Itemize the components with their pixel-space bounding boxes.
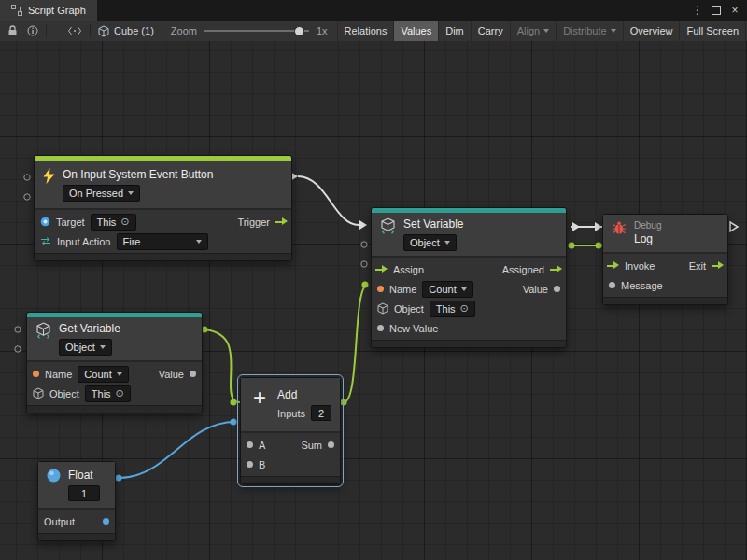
- kebab-menu-icon: ⋮: [692, 4, 703, 17]
- variable-cube-icon: [35, 322, 51, 339]
- dim-button[interactable]: Dim: [438, 21, 471, 41]
- port-label: Value: [523, 284, 548, 295]
- port-row-object: Object This ⊙: [27, 384, 202, 403]
- assigned-flow-port[interactable]: [550, 265, 562, 273]
- full-screen-button[interactable]: Full Screen: [679, 21, 746, 41]
- name-port[interactable]: [33, 371, 39, 377]
- port-label: New Value: [389, 323, 438, 334]
- window-menu-button[interactable]: ⋮: [688, 0, 707, 21]
- variable-scope-dropdown[interactable]: Object: [403, 234, 457, 251]
- carry-button[interactable]: Carry: [471, 21, 510, 41]
- node-title: On Input System Event Button: [63, 168, 213, 181]
- node-footer: [35, 253, 291, 260]
- cube-icon: [33, 387, 44, 399]
- window-maximize-button[interactable]: [707, 0, 726, 21]
- zoom-slider-knob[interactable]: [294, 26, 304, 36]
- float-circle-icon: [47, 469, 61, 483]
- code-brackets-icon[interactable]: [67, 26, 82, 35]
- window-close-button[interactable]: ×: [726, 0, 744, 21]
- port-label: Sum: [301, 440, 322, 451]
- name-port[interactable]: [377, 286, 384, 292]
- node-add[interactable]: + Add Inputs 2 A Sum: [240, 377, 341, 484]
- graph-context-label[interactable]: Cube (1): [114, 25, 154, 36]
- port-label: B: [259, 459, 265, 470]
- cube-icon: [377, 302, 388, 315]
- tab-bar: Script Graph ⋮ ×: [0, 0, 747, 21]
- port-row-message: Message: [603, 275, 727, 295]
- value-port[interactable]: [554, 286, 560, 292]
- port-row-target: Target This ⊙ Trigger: [35, 212, 291, 231]
- port-row-b: B: [241, 455, 340, 474]
- variable-name-dropdown[interactable]: Count: [78, 366, 128, 383]
- node-footer: [27, 405, 202, 413]
- overview-button[interactable]: Overview: [623, 21, 680, 41]
- zoom-slider[interactable]: [204, 30, 309, 32]
- port-row-name: Name Count Value: [27, 364, 202, 384]
- port-label: Input Action: [57, 236, 111, 247]
- bug-icon: [612, 221, 627, 235]
- node-get-variable[interactable]: Get Variable Object Name Count: [26, 312, 203, 413]
- chevron-down-icon: [611, 29, 616, 33]
- new-value-port[interactable]: [377, 325, 384, 331]
- object-picker[interactable]: This ⊙: [85, 385, 131, 402]
- object-picker-icon: ⊙: [460, 303, 469, 314]
- assign-flow-port[interactable]: [375, 265, 388, 273]
- object-picker[interactable]: This ⊙: [430, 301, 475, 317]
- port-row-new-value: New Value: [372, 318, 566, 338]
- output-port[interactable]: [103, 518, 109, 525]
- sum-port[interactable]: [328, 441, 334, 448]
- plus-icon: +: [249, 388, 270, 407]
- input-action-dropdown[interactable]: Fire: [117, 233, 208, 250]
- node-title: Set Variable: [403, 217, 463, 231]
- node-on-input-system-event[interactable]: On Input System Event Button On Pressed …: [34, 155, 292, 261]
- port-row-input-action: Input Action Fire: [35, 231, 291, 251]
- variable-name-dropdown[interactable]: Count: [422, 281, 472, 298]
- port-label: A: [259, 440, 265, 451]
- inputs-count-field[interactable]: 2: [311, 405, 331, 421]
- script-graph-icon: [11, 5, 22, 16]
- value-port[interactable]: [190, 371, 196, 377]
- graph-canvas[interactable]: On Input System Event Button On Pressed …: [0, 41, 747, 560]
- tab-script-graph[interactable]: Script Graph: [0, 0, 97, 21]
- relations-button[interactable]: Relations: [337, 21, 394, 41]
- variable-cube-icon: [380, 217, 396, 234]
- lightning-icon: [43, 168, 55, 184]
- port-label: Trigger: [238, 217, 270, 228]
- info-icon[interactable]: [27, 25, 38, 36]
- event-mode-dropdown[interactable]: On Pressed: [63, 185, 140, 202]
- cube-context-icon: [98, 25, 109, 37]
- invoke-flow-port[interactable]: [607, 261, 619, 270]
- chevron-down-icon: [543, 29, 549, 33]
- lock-icon[interactable]: [7, 25, 18, 36]
- node-footer: [241, 476, 340, 483]
- values-button[interactable]: Values: [393, 21, 438, 41]
- trigger-flow-port[interactable]: [275, 217, 288, 226]
- port-label: Assign: [393, 264, 424, 275]
- a-port[interactable]: [247, 441, 253, 448]
- node-title: Get Variable: [59, 322, 120, 335]
- node-set-variable[interactable]: Set Variable Object Assign Assigned: [371, 207, 567, 348]
- port-row-invoke: Invoke Exit: [603, 256, 727, 275]
- node-footer: [603, 297, 727, 304]
- variable-scope-dropdown[interactable]: Object: [59, 339, 112, 356]
- port-label: Name: [45, 369, 72, 380]
- message-port[interactable]: [609, 282, 615, 288]
- port-row-object: Object This ⊙: [372, 299, 566, 318]
- node-title: Add: [277, 388, 297, 401]
- close-icon: ×: [731, 4, 738, 17]
- chevron-down-icon: [100, 345, 106, 349]
- script-graph-window: Script Graph ⋮ × Cube (1) Zoom 1x Rela: [0, 0, 747, 560]
- exit-flow-port[interactable]: [712, 261, 724, 270]
- port-label: Output: [44, 516, 75, 527]
- node-float[interactable]: Float 1 Output: [37, 461, 116, 541]
- input-action-icon: [40, 236, 51, 246]
- port-label: Invoke: [625, 260, 655, 272]
- b-port[interactable]: [247, 461, 253, 468]
- float-value-field[interactable]: 1: [68, 485, 100, 501]
- port-label: Object: [394, 303, 424, 315]
- node-debug-log[interactable]: Debug Log Invoke Exit Message: [602, 214, 728, 305]
- distribute-button: Distribute: [556, 21, 622, 41]
- target-object-picker[interactable]: This ⊙: [91, 214, 136, 231]
- port-label: Value: [159, 369, 184, 380]
- object-picker-icon: ⊙: [120, 217, 129, 227]
